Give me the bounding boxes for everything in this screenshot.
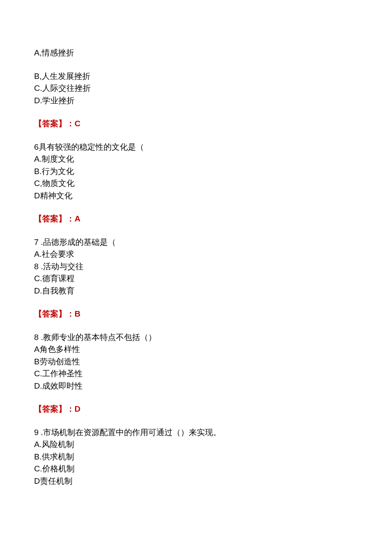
question-6: 6具有较强的稳定性的文化是（ A.制度文化 B.行为文化 C,物质文化 D精神文…	[34, 141, 362, 202]
option-a: A,情感挫折	[34, 47, 362, 59]
answer-value: A	[75, 214, 81, 223]
answer-value: D	[75, 404, 81, 413]
answer-label: 【答案】：	[34, 214, 75, 223]
option-a: A.制度文化	[34, 153, 362, 166]
question-stem: 9 .市场机制在资源配置中的作用可通过（）来实现。	[34, 427, 362, 439]
question-8: 8 .教师专业的基本特点不包括（） A角色多样性 B劳动创造性 C.工作神圣性 …	[34, 331, 362, 392]
question-stem: 7 .品德形成的基础是（	[34, 236, 362, 249]
option-b: 8 .活动与交往	[34, 261, 362, 273]
question-9: 9 .市场机制在资源配置中的作用可通过（）来实现。 A.风险机制 B.供求机制 …	[34, 427, 362, 488]
option-d: D精神文化	[34, 190, 362, 202]
option-c: C.价格机制	[34, 463, 362, 475]
option-d: D责任机制	[34, 475, 362, 488]
option-d: D.成效即时性	[34, 380, 362, 392]
question-5-continued: A,情感挫折 B,人生发展挫折 C.人际交往挫折 D.学业挫折	[34, 47, 362, 107]
question-7: 7 .品德形成的基础是（ A.社会要求 8 .活动与交往 C.德育课程 D.自我…	[34, 236, 362, 297]
option-a: A角色多样性	[34, 343, 362, 356]
question-stem: 6具有较强的稳定性的文化是（	[34, 141, 362, 154]
option-a: A.风险机制	[34, 439, 362, 451]
answer-label: 【答案】：	[34, 404, 75, 413]
option-b: B.供求机制	[34, 451, 362, 463]
option-a: A.社会要求	[34, 248, 362, 261]
option-c: C.工作神圣性	[34, 368, 362, 380]
option-b: B劳动创造性	[34, 356, 362, 368]
option-b: B,人生发展挫折	[34, 70, 362, 83]
option-d: D.自我教育	[34, 285, 362, 297]
answer-6: 【答案】：A	[34, 213, 362, 225]
gap	[34, 130, 362, 141]
answer-label: 【答案】：	[34, 119, 75, 128]
option-b: B.行为文化	[34, 166, 362, 178]
answer-value: B	[75, 309, 81, 318]
option-d: D.学业挫折	[34, 95, 362, 107]
option-c: C,物质文化	[34, 177, 362, 190]
gap	[34, 225, 362, 236]
answer-7: 【答案】：B	[34, 308, 362, 320]
option-c: C.德育课程	[34, 273, 362, 285]
answer-value: C	[75, 119, 81, 128]
answer-8: 【答案】：D	[34, 403, 362, 416]
gap	[34, 416, 362, 427]
option-c: C.人际交往挫折	[34, 82, 362, 95]
answer-label: 【答案】：	[34, 309, 75, 318]
answer-5: 【答案】：C	[34, 118, 362, 130]
gap	[34, 320, 362, 331]
question-stem: 8 .教师专业的基本特点不包括（）	[34, 331, 362, 344]
gap	[34, 59, 362, 70]
